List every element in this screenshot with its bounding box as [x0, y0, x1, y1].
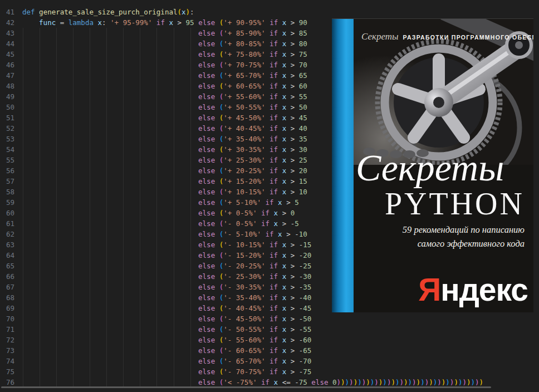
code-token: 30	[299, 145, 307, 154]
horizontal-scrollbar-thumb[interactable]	[1, 386, 491, 388]
code-token: '- 20-25%'	[223, 262, 265, 270]
book-subtitle-line1: 59 рекомендаций по написанию	[403, 223, 525, 237]
code-token: else	[198, 315, 215, 323]
code-token: x	[97, 18, 102, 27]
code-token	[266, 177, 270, 185]
closing-paren: )	[437, 378, 442, 386]
code-token	[215, 230, 219, 238]
code-token: 75	[299, 50, 307, 58]
code-line[interactable]: 75else ('- 70-75%' if x > -75	[0, 366, 539, 377]
code-token: if	[270, 114, 278, 122]
code-token	[278, 124, 282, 133]
code-token	[215, 293, 219, 302]
line-number: 51	[0, 112, 14, 123]
code-token: if	[270, 325, 278, 334]
code-token: if	[270, 293, 278, 302]
code-token: )	[186, 8, 190, 16]
code-line[interactable]: 72else ('- 55-60%' if x > -60	[0, 335, 539, 345]
closing-paren: )	[454, 378, 458, 386]
code-token: else	[198, 346, 215, 355]
code-token	[278, 18, 282, 27]
code-token: else	[198, 325, 215, 334]
code-token: '+ 30-35%'	[223, 145, 265, 154]
code-token: 50	[299, 103, 307, 111]
code-token	[278, 177, 282, 185]
code-token: '+ 15-20%'	[223, 177, 265, 185]
code-token: if	[261, 209, 270, 217]
code-token	[266, 304, 270, 312]
code-token: 90	[299, 18, 307, 27]
code-token: if	[261, 378, 270, 386]
code-token: else	[198, 18, 215, 27]
code-token	[266, 346, 270, 355]
code-token: else	[311, 378, 328, 386]
code-token	[266, 156, 270, 164]
code-token: '+ 85-90%'	[223, 29, 265, 37]
code-token: 45	[303, 304, 311, 312]
code-token	[270, 219, 274, 228]
code-line[interactable]: 73else ('- 60-65%' if x > -65	[0, 345, 539, 356]
code-token: 15	[299, 177, 307, 185]
code-token	[215, 114, 219, 122]
line-number: 48	[0, 81, 14, 91]
code-token: 40	[299, 124, 307, 133]
code-token: else	[198, 71, 215, 80]
code-token: >	[286, 61, 299, 69]
code-line[interactable]: 71else ('- 50-55%' if x > -55	[0, 324, 539, 335]
code-token: else	[198, 198, 215, 207]
line-number: 49	[0, 91, 14, 102]
code-token	[266, 315, 270, 323]
code-token: else	[198, 124, 215, 133]
code-token: '+ 80-85%'	[223, 40, 265, 48]
code-token: if	[270, 315, 278, 323]
code-line[interactable]: 70else ('- 45-50%' if x > -50	[0, 313, 539, 324]
code-token: >	[286, 103, 299, 111]
line-number: 74	[0, 356, 14, 366]
closing-paren: )	[399, 378, 404, 386]
code-token	[270, 378, 274, 386]
code-token	[266, 61, 270, 69]
code-token: if	[270, 177, 278, 185]
book-subtitle-line2: самого эффективного кода	[403, 237, 525, 251]
code-token: '+ 40-45%'	[223, 124, 265, 133]
code-token: if	[270, 304, 278, 312]
line-number: 68	[0, 292, 14, 303]
code-token	[266, 71, 270, 80]
code-token: 15	[303, 241, 311, 249]
line-number: 75	[0, 366, 14, 377]
code-token	[278, 367, 282, 376]
line-number: 60	[0, 208, 14, 218]
code-line[interactable]: 41def generate_sale_size_purch_original(…	[0, 7, 539, 17]
code-token	[215, 367, 219, 376]
code-token: else	[198, 251, 215, 259]
code-token: > -	[278, 219, 295, 228]
code-token	[266, 103, 270, 111]
line-number: 58	[0, 187, 14, 197]
code-token: else	[198, 103, 215, 111]
code-token	[278, 241, 282, 249]
code-token: '< -75%'	[223, 378, 257, 386]
code-token: '- 50-55%'	[223, 325, 265, 334]
code-token	[278, 283, 282, 291]
code-token: >	[286, 124, 299, 133]
code-token: if	[270, 357, 278, 365]
code-token: 60	[303, 336, 311, 344]
code-token	[278, 188, 282, 196]
code-token: 55	[299, 92, 307, 101]
code-token	[278, 103, 282, 111]
code-token: >	[282, 198, 295, 207]
code-token: x	[278, 198, 282, 207]
code-token: > -	[282, 230, 299, 238]
code-token	[215, 18, 219, 27]
code-token: if	[270, 124, 278, 133]
code-token	[215, 177, 219, 185]
code-token: if	[270, 156, 278, 164]
code-token	[278, 293, 282, 302]
code-token: >	[286, 29, 299, 37]
code-token: '+ 60-65%'	[223, 82, 265, 90]
closing-paren: )	[462, 378, 467, 386]
code-token	[257, 219, 261, 228]
code-token	[278, 71, 282, 80]
code-line[interactable]: 74else ('- 65-70%' if x > -70	[0, 356, 539, 366]
code-token: else	[198, 82, 215, 90]
